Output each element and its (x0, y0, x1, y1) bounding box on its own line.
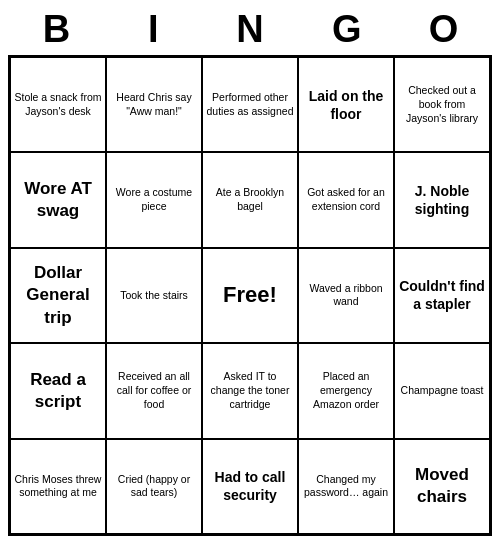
bingo-cell-0[interactable]: Stole a snack from Jayson's desk (10, 57, 106, 152)
cell-text-7: Ate a Brooklyn bagel (206, 186, 294, 213)
cell-text-24: Moved chairs (398, 464, 486, 508)
bingo-letter-B: B (8, 8, 105, 51)
bingo-cell-17[interactable]: Asked IT to change the toner cartridge (202, 343, 298, 438)
bingo-letter-G: G (298, 8, 395, 51)
cell-text-22: Had to call security (206, 468, 294, 504)
bingo-cell-19[interactable]: Champagne toast (394, 343, 490, 438)
cell-text-5: Wore AT swag (14, 178, 102, 222)
bingo-cell-11[interactable]: Took the stairs (106, 248, 202, 343)
cell-text-10: Dollar General trip (14, 262, 102, 328)
cell-text-4: Checked out a book from Jayson's library (398, 84, 486, 125)
cell-text-14: Couldn't find a stapler (398, 277, 486, 313)
bingo-cell-12[interactable]: Free! (202, 248, 298, 343)
bingo-cell-15[interactable]: Read a script (10, 343, 106, 438)
cell-text-13: Waved a ribbon wand (302, 282, 390, 309)
bingo-cell-18[interactable]: Placed an emergency Amazon order (298, 343, 394, 438)
cell-text-9: J. Noble sighting (398, 182, 486, 218)
bingo-cell-7[interactable]: Ate a Brooklyn bagel (202, 152, 298, 247)
bingo-cell-3[interactable]: Laid on the floor (298, 57, 394, 152)
bingo-cell-4[interactable]: Checked out a book from Jayson's library (394, 57, 490, 152)
bingo-title: BINGO (8, 8, 492, 51)
cell-text-8: Got asked for an extension cord (302, 186, 390, 213)
bingo-cell-16[interactable]: Received an all call for coffee or food (106, 343, 202, 438)
bingo-cell-10[interactable]: Dollar General trip (10, 248, 106, 343)
bingo-cell-6[interactable]: Wore a costume piece (106, 152, 202, 247)
cell-text-2: Performed other duties as assigned (206, 91, 294, 118)
bingo-letter-N: N (202, 8, 299, 51)
bingo-cell-20[interactable]: Chris Moses threw something at me (10, 439, 106, 534)
bingo-cell-14[interactable]: Couldn't find a stapler (394, 248, 490, 343)
bingo-cell-24[interactable]: Moved chairs (394, 439, 490, 534)
bingo-cell-9[interactable]: J. Noble sighting (394, 152, 490, 247)
cell-text-11: Took the stairs (120, 289, 188, 303)
cell-text-1: Heard Chris say "Aww man!" (110, 91, 198, 118)
bingo-letter-O: O (395, 8, 492, 51)
cell-text-17: Asked IT to change the toner cartridge (206, 370, 294, 411)
bingo-grid: Stole a snack from Jayson's deskHeard Ch… (8, 55, 492, 536)
cell-text-15: Read a script (14, 369, 102, 413)
cell-text-18: Placed an emergency Amazon order (302, 370, 390, 411)
cell-text-23: Changed my password… again (302, 473, 390, 500)
bingo-cell-5[interactable]: Wore AT swag (10, 152, 106, 247)
bingo-cell-21[interactable]: Cried (happy or sad tears) (106, 439, 202, 534)
cell-text-0: Stole a snack from Jayson's desk (14, 91, 102, 118)
bingo-cell-8[interactable]: Got asked for an extension cord (298, 152, 394, 247)
cell-text-19: Champagne toast (401, 384, 484, 398)
cell-text-3: Laid on the floor (302, 87, 390, 123)
cell-text-20: Chris Moses threw something at me (14, 473, 102, 500)
bingo-cell-23[interactable]: Changed my password… again (298, 439, 394, 534)
cell-text-21: Cried (happy or sad tears) (110, 473, 198, 500)
cell-text-6: Wore a costume piece (110, 186, 198, 213)
bingo-cell-2[interactable]: Performed other duties as assigned (202, 57, 298, 152)
bingo-cell-13[interactable]: Waved a ribbon wand (298, 248, 394, 343)
cell-text-16: Received an all call for coffee or food (110, 370, 198, 411)
bingo-cell-1[interactable]: Heard Chris say "Aww man!" (106, 57, 202, 152)
cell-text-12: Free! (223, 281, 277, 310)
bingo-cell-22[interactable]: Had to call security (202, 439, 298, 534)
bingo-letter-I: I (105, 8, 202, 51)
